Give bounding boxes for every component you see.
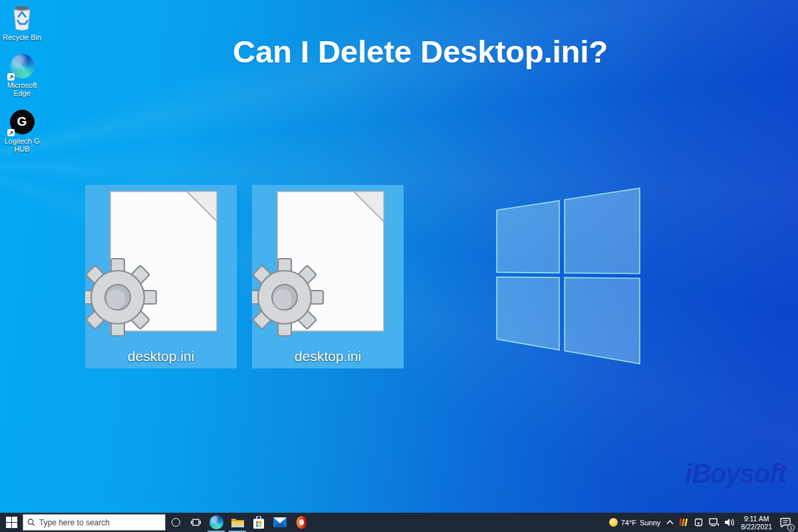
desktop-icon-label: Recycle Bin <box>3 33 41 41</box>
windows-logo-wallpaper <box>492 184 645 368</box>
weather-temp: 74°F <box>621 519 636 527</box>
tray-volume-button[interactable] <box>725 513 735 532</box>
device-icon <box>694 518 703 527</box>
taskbar-app-microsoft-edge[interactable] <box>205 513 227 532</box>
task-view-icon <box>191 518 201 527</box>
taskbar: 74°F Sunny <box>0 513 798 532</box>
system-tray: 74°F Sunny <box>609 513 798 532</box>
clock-time: 9:11 AM <box>744 515 769 523</box>
recycle-bin-icon <box>9 4 35 32</box>
desktop-wallpaper[interactable]: Can I Delete Desktop.ini? Recycle Bin <box>0 0 798 513</box>
search-icon <box>27 518 35 527</box>
desktop-icon-recycle-bin[interactable]: Recycle Bin <box>0 4 44 41</box>
gear-icon <box>85 259 156 336</box>
network-icon <box>709 518 719 527</box>
tray-device-button[interactable] <box>694 513 703 532</box>
ini-file-icon <box>85 185 237 351</box>
page-title: Can I Delete Desktop.ini? <box>0 33 798 70</box>
shortcut-arrow-icon <box>7 129 15 136</box>
volume-icon <box>725 518 735 527</box>
recycle-bin-art <box>9 4 35 32</box>
gear-icon <box>252 259 323 336</box>
mail-icon <box>273 517 287 527</box>
taskbar-search[interactable] <box>23 514 166 531</box>
iboysoft-watermark: iBoysoft <box>685 459 786 489</box>
logitech-g-icon: G <box>9 108 35 136</box>
tray-overflow-button[interactable] <box>666 513 674 532</box>
microsoft-store-icon <box>253 516 265 529</box>
file-desktop-ini-1[interactable]: desktop.ini <box>85 185 237 368</box>
edge-icon <box>209 515 223 529</box>
windows-desktop-screen: Can I Delete Desktop.ini? Recycle Bin <box>0 0 798 532</box>
chevron-up-icon <box>666 520 674 525</box>
file-explorer-icon <box>231 517 245 528</box>
tray-w-app-button[interactable] <box>680 513 688 532</box>
office-icon <box>296 516 307 529</box>
windows-start-icon <box>6 517 17 528</box>
edge-icon <box>9 52 35 80</box>
desktop-icon-label: Microsoft Edge <box>0 81 44 97</box>
notification-badge: 1 <box>787 524 795 531</box>
weather-widget[interactable]: 74°F Sunny <box>609 513 661 532</box>
taskbar-app-microsoft-store[interactable] <box>248 513 269 532</box>
weather-condition: Sunny <box>640 519 660 527</box>
task-view-button[interactable] <box>186 513 205 532</box>
file-name-label: desktop.ini <box>128 348 194 364</box>
search-input[interactable] <box>39 518 161 527</box>
taskbar-clock[interactable]: 9:11 AM 8/22/2021 <box>741 513 772 532</box>
ini-file-icon <box>252 185 404 351</box>
tray-network-button[interactable] <box>709 513 719 532</box>
desktop-icon-microsoft-edge[interactable]: Microsoft Edge <box>0 52 44 97</box>
cortana-button[interactable] <box>166 513 186 532</box>
clock-date: 8/22/2021 <box>741 523 772 531</box>
start-button[interactable] <box>0 513 23 532</box>
file-desktop-ini-2[interactable]: desktop.ini <box>252 185 404 368</box>
desktop-icon-label: Logitech G HUB <box>0 137 44 153</box>
sun-icon <box>609 518 618 527</box>
cortana-icon <box>172 518 180 527</box>
desktop-icon-logitech-g-hub[interactable]: G Logitech G HUB <box>0 108 44 153</box>
action-center-button[interactable]: 1 <box>778 513 793 532</box>
taskbar-app-office[interactable] <box>291 513 312 532</box>
shortcut-arrow-icon <box>7 73 15 80</box>
desktop-icon-column: Recycle Bin Microsoft Edge G <box>0 4 44 164</box>
taskbar-app-mail[interactable] <box>269 513 291 532</box>
w-colored-icon <box>680 518 688 527</box>
taskbar-app-file-explorer[interactable] <box>227 513 248 532</box>
file-name-label: desktop.ini <box>295 348 361 364</box>
